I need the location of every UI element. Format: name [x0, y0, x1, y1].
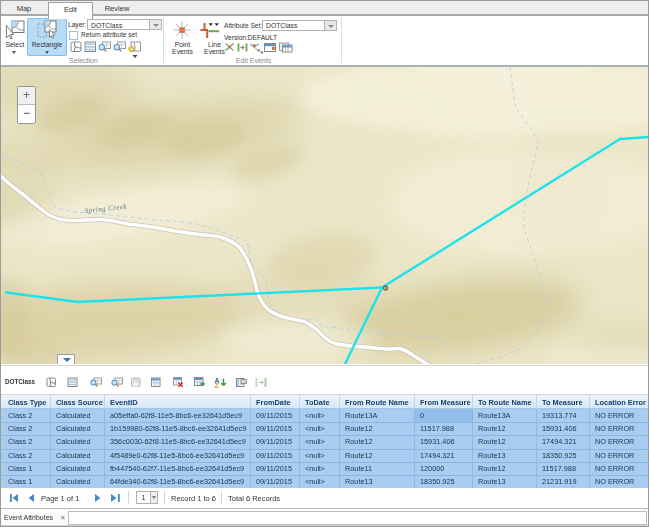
- svg-text:Z: Z: [215, 382, 220, 389]
